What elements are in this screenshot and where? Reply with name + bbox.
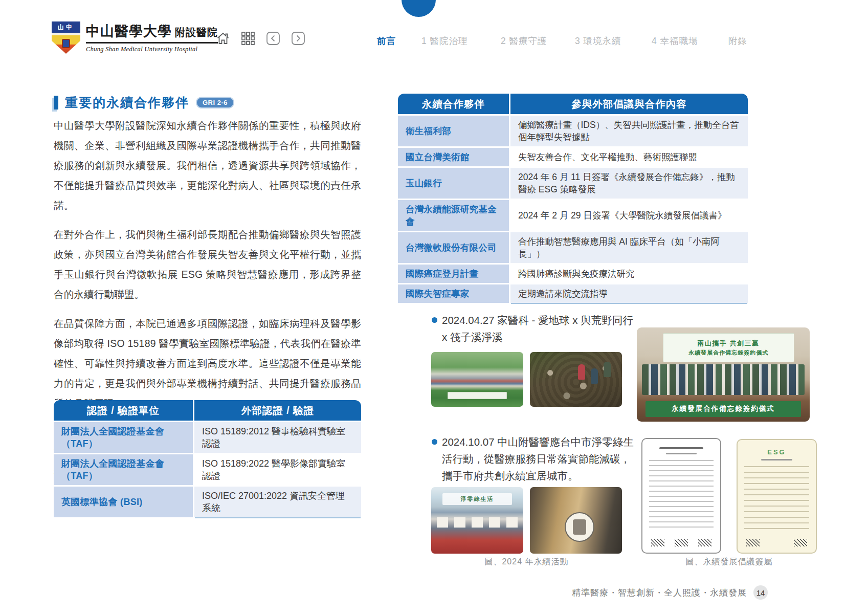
nav-item-workplace[interactable]: 4 幸福職場 [652, 35, 698, 47]
partner-content-cell: 合作推動智慧醫療應用與 AI 臨床平台（如「小南阿長」） [510, 232, 748, 263]
cert-org-cell: 英國標準協會 (BSI) [54, 487, 193, 517]
report-page: 山中 中山醫學大學 附設醫院 Chung Shan Medical Univer… [0, 0, 868, 614]
gri-badge: GRI 2-6 [196, 97, 234, 108]
group-of-people [642, 364, 805, 396]
chevron-left-icon [266, 31, 280, 46]
logo-text: 中山醫學大學 附設醫院 Chung Shan Medical Universit… [86, 22, 218, 53]
table-header-cell: 參與外部倡議與合作內容 [510, 94, 748, 114]
held-signs [437, 517, 518, 528]
thumbnails-button[interactable] [240, 31, 256, 46]
logo-title-zh: 中山醫學大學 [86, 22, 172, 40]
partner-name-cell: 國際失智症專家 [398, 284, 509, 303]
photo-banner: 淨零綠生活 [442, 493, 513, 505]
nav-item-foreword[interactable]: 前言 [377, 35, 396, 47]
cert-org-cell: 財團法人全國認證基金會（TAF） [54, 454, 193, 485]
esg-heading: ESG [744, 448, 809, 456]
signing-banner: 兩山攜手 共創三贏 永續發展合作備忘錄簽約儀式 [663, 333, 794, 362]
document-memorandum [641, 438, 721, 554]
nav-item-governance[interactable]: 1 醫院治理 [421, 35, 468, 47]
partner-content-cell: 2024 年 2 月 29 日簽署《大學醫院永續發展倡議書》 [510, 200, 748, 231]
event-item: 2024.10.07 中山附醫響應台中市淨零綠生活行動，從醫療服務日常落實節能減… [442, 433, 635, 484]
partner-name-cell: 玉山銀行 [398, 168, 509, 199]
partner-content-cell: 偏鄉醫療計畫（IDS）、失智共同照護計畫，推動全台首個年輕型失智據點 [510, 116, 748, 146]
cert-item-cell: ISO 15189:2022 醫學影像部實驗室認證 [194, 454, 361, 485]
partner-content-cell: 失智友善合作、文化平權推動、藝術照護聯盟 [510, 148, 748, 166]
photo-signing-ceremony: 兩山攜手 共創三贏 永續發展合作備忘錄簽約儀式 永續發展合作備忘錄簽約儀式 [637, 327, 810, 422]
partner-content-cell: 跨國肺癌診斷與免疫療法研究 [510, 265, 748, 283]
nav-item-environment[interactable]: 3 環境永續 [575, 35, 621, 47]
cert-item-cell: ISO/IEC 27001:2022 資訊安全管理系統 [194, 487, 361, 517]
photo-river-rocks [530, 352, 622, 407]
table-header-cell: 認證 / 驗證單位 [54, 400, 193, 421]
reader-toolbar [215, 31, 306, 46]
banner-line: 兩山攜手 共創三贏 [697, 339, 759, 348]
cert-item-cell: ISO 15189:2012 醫事檢驗科實驗室認證 [194, 422, 361, 453]
certification-table: 認證 / 驗證單位 外部認證 / 驗證 財團法人全國認證基金會（TAF） ISO… [54, 400, 361, 517]
partner-content-cell: 2024 年 6 月 11 日簽署《永續發展合作備忘錄》，推動醫療 ESG 策略… [510, 168, 748, 199]
crest-emblem [62, 39, 70, 48]
page-number-badge: 14 [753, 585, 768, 600]
nav-item-medical-care[interactable]: 2 醫療守護 [501, 35, 547, 47]
paragraph: 在對外合作上，我們與衛生福利部長期配合推動偏鄉醫療與失智照護政策，亦與國立台灣美… [54, 225, 361, 304]
logo-title-en: Chung Shan Medical University Hospital [86, 46, 218, 53]
footer-slogan: 精準醫療・智慧創新・全人照護・永續發展 [572, 587, 747, 599]
photo-caption: 圖、永續發展倡議簽屬 [641, 557, 817, 567]
event-text: 2024.10.07 中山附醫響應台中市淨零綠生活行動，從醫療服務日常落實節能減… [442, 433, 635, 484]
crest-text: 山中 [52, 23, 80, 32]
logo-subtitle-zh: 附設醫院 [175, 26, 218, 39]
partner-name-cell: 衛生福利部 [398, 116, 509, 146]
partner-content-cell: 定期邀請來院交流指導 [510, 284, 748, 303]
home-button[interactable] [215, 31, 231, 46]
hospital-logo: 山中 中山醫學大學 附設醫院 Chung Shan Medical Univer… [52, 21, 218, 54]
event-text: 2024.04.27 家醫科 - 愛地球 x 與荒野同行 x 筏子溪淨溪 [442, 312, 635, 345]
top-bookmark-circle [402, 0, 436, 17]
photo-logo-board [530, 487, 622, 554]
previous-page-button[interactable] [265, 31, 281, 46]
photo-banner [448, 392, 506, 399]
event2-photos: 淨零綠生活 [431, 487, 622, 554]
photo-caption: 圖、2024 年永續活動 [431, 557, 622, 567]
table-header-cell: 永續合作夥伴 [398, 94, 509, 114]
paragraph: 中山醫學大學附設醫院深知永續合作夥伴關係的重要性，積極與政府機關、企業、非營利組… [54, 116, 361, 215]
chevron-right-icon [291, 31, 305, 46]
grid-icon [241, 31, 255, 46]
partner-name-cell: 國際癌症登月計畫 [398, 265, 509, 283]
partner-table: 永續合作夥伴 參與外部倡議與合作內容 衛生福利部 偏鄉醫療計畫（IDS）、失智共… [398, 94, 748, 303]
page-footer: 精準醫療・智慧創新・全人照護・永續發展 14 [572, 585, 768, 600]
signatures [649, 534, 714, 546]
cert-org-cell: 財團法人全國認證基金會（TAF） [54, 422, 193, 453]
bullet-icon [432, 317, 437, 323]
next-page-button[interactable] [291, 31, 306, 46]
hospital-crest-icon: 山中 [52, 21, 80, 54]
paragraph: 在品質保障方面，本院已通過多項國際認證，如臨床病理科及醫學影像部均取得 ISO … [54, 314, 361, 413]
signatures [744, 534, 809, 546]
bullet-icon [432, 439, 437, 445]
partner-name-cell: 台灣微軟股份有限公司 [398, 232, 509, 263]
home-icon [215, 31, 231, 46]
table-header-cell: 外部認證 / 驗證 [194, 400, 361, 421]
document-esg-initiative: ESG [737, 439, 817, 554]
banner-line: 永續發展合作備忘錄簽約儀式 [688, 349, 768, 357]
partner-name-cell: 國立台灣美術館 [398, 148, 509, 166]
hospital-logo-board [565, 512, 594, 542]
section-heading: 重要的永續合作夥伴 GRI 2-6 [54, 94, 234, 111]
partner-name-cell: 台灣永續能源研究基金會 [398, 200, 509, 231]
event-item: 2024.04.27 家醫科 - 愛地球 x 與荒野同行 x 筏子溪淨溪 [442, 312, 635, 345]
nav-item-appendix[interactable]: 附錄 [728, 35, 747, 47]
front-banner: 永續發展合作備忘錄簽約儀式 [646, 401, 801, 417]
event1-photos [431, 352, 622, 407]
heading-accent-bar [54, 96, 58, 109]
page-title: 重要的永續合作夥伴 [65, 94, 189, 111]
photo-net-zero-press: 淨零綠生活 [431, 487, 523, 554]
logo-divider [86, 42, 218, 44]
photo-cleanup-group [431, 352, 523, 407]
